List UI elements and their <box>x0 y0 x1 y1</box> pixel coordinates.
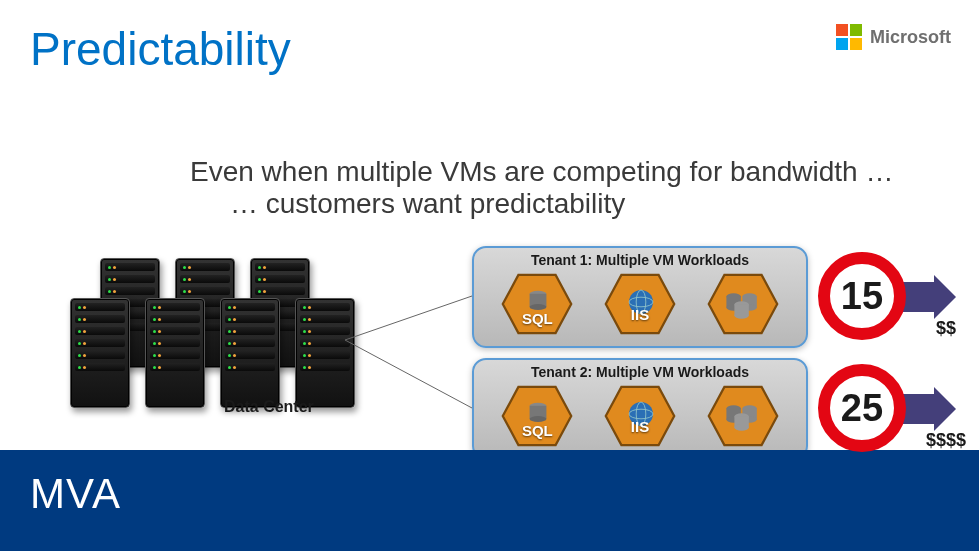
microsoft-wordmark: Microsoft <box>870 27 951 48</box>
tenant-1-vm-row: SQL IIS <box>474 268 806 344</box>
tenant-box-1: Tenant 1: Multiple VM Workloads SQL IIS <box>472 246 808 348</box>
vm-label: IIS <box>601 292 679 336</box>
vm-label: IIS <box>601 404 679 448</box>
microsoft-logo: Microsoft <box>836 24 951 50</box>
microsoft-logo-icon <box>836 24 862 50</box>
tenant-1-title: Tenant 1: Multiple VM Workloads <box>474 248 806 268</box>
sla-ring-2: 25 <box>818 364 906 452</box>
server-rack-icon <box>295 298 355 408</box>
sql-vm-icon: SQL <box>498 272 576 336</box>
iis-vm-icon: IIS <box>601 384 679 448</box>
vm-label <box>704 272 782 336</box>
footer-logo: MVA <box>30 470 121 518</box>
footer-band <box>0 450 979 551</box>
server-rack-icon <box>145 298 205 408</box>
subtitle: Even when multiple VMs are competing for… <box>190 156 893 220</box>
slide: Predictability Microsoft Even when multi… <box>0 0 979 551</box>
vm-label: SQL <box>498 300 576 336</box>
subtitle-line-2: … customers want predictability <box>190 188 893 220</box>
tenant-box-2: Tenant 2: Multiple VM Workloads SQL IIS <box>472 358 808 460</box>
vm-label <box>704 384 782 448</box>
server-rack-icon <box>220 298 280 408</box>
vm-label: SQL <box>498 412 576 448</box>
iis-vm-icon: IIS <box>601 272 679 336</box>
tenant-2-vm-row: SQL IIS <box>474 380 806 456</box>
sla-ring-1: 15 <box>818 252 906 340</box>
server-rack-icon <box>70 298 130 408</box>
tenant-2-title: Tenant 2: Multiple VM Workloads <box>474 360 806 380</box>
subtitle-line-1: Even when multiple VMs are competing for… <box>190 156 893 188</box>
db-vm-icon <box>704 272 782 336</box>
cost-label-1: $$ <box>936 318 956 339</box>
datacenter-illustration <box>60 258 380 438</box>
db-vm-icon <box>704 384 782 448</box>
cost-label-2: $$$$ <box>926 430 966 451</box>
sql-vm-icon: SQL <box>498 384 576 448</box>
datacenter-label: Data Center <box>224 398 314 416</box>
page-title: Predictability <box>30 22 291 76</box>
